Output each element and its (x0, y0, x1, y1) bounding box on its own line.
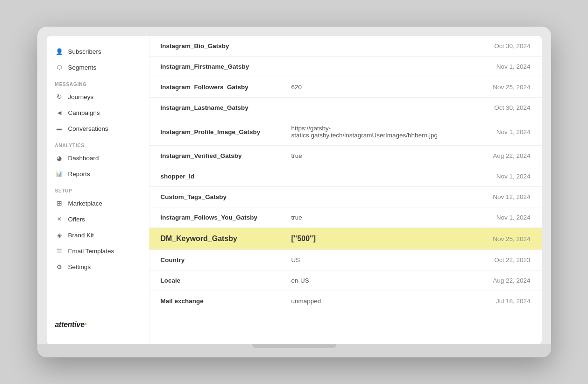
table-row: Custom_Tags_GatsbyNov 12, 2024 (149, 187, 542, 207)
attribute-name: Instagram_Followers_Gatsby (149, 77, 280, 98)
offers-icon (55, 215, 64, 223)
attribute-name: Instagram_Verified_Gatsby (149, 146, 280, 166)
table-row: Instagram_Profile_Image_Gatsbyhttps://ga… (149, 118, 542, 146)
sidebar-item-label: Offers (68, 216, 85, 223)
table-row: CountryUSOct 22, 2023 (149, 250, 542, 270)
logo-text: attentive (55, 320, 85, 328)
attribute-value (280, 166, 476, 187)
sidebar-item-campaigns[interactable]: Campaigns (47, 105, 149, 121)
attribute-date: Nov 25, 2024 (476, 228, 542, 250)
table-row: Instagram_Followers_Gatsby620Nov 25, 202… (149, 77, 542, 98)
marketplace-icon (55, 199, 64, 207)
attribute-name: Country (149, 250, 280, 270)
attribute-date: Nov 1, 2024 (476, 57, 542, 77)
segment-icon (55, 63, 64, 71)
sidebar-item-conversations[interactable]: Conversations (47, 121, 149, 136)
sidebar-item-subscribers[interactable]: Subscribers (47, 43, 149, 59)
sidebar-item-label: Marketplace (68, 200, 103, 207)
attribute-date: Nov 25, 2024 (476, 77, 542, 98)
sidebar-nav: Subscribers Segments Messaging Journeys … (47, 43, 149, 311)
people-icon (55, 47, 64, 56)
attribute-value: unmapped (280, 291, 476, 312)
attribute-value: true (280, 146, 476, 166)
settings-icon (55, 263, 64, 271)
sidebar-item-segments[interactable]: Segments (47, 59, 149, 75)
main-content: Instagram_Bio_GatsbyOct 30, 2024Instagra… (149, 36, 542, 344)
sidebar-item-reports[interactable]: Reports (47, 166, 149, 182)
sidebar-item-offers[interactable]: Offers (47, 211, 149, 227)
attribute-date: Nov 1, 2024 (476, 118, 542, 146)
sidebar-item-label: Subscribers (68, 48, 101, 55)
attribute-name: Instagram_Bio_Gatsby (149, 36, 280, 57)
attentive-logo: attentive· (47, 311, 149, 337)
table-row: Instagram_Lastname_GatsbyOct 30, 2024 (149, 98, 542, 118)
sidebar-item-journeys[interactable]: Journeys (47, 89, 149, 105)
attribute-date: Nov 1, 2024 (476, 166, 542, 187)
attribute-date: Jul 18, 2024 (476, 291, 542, 312)
section-label-analytics: Analytics (47, 136, 149, 150)
attribute-value (280, 36, 476, 57)
attribute-name: Instagram_Firstname_Gatsby (149, 57, 280, 77)
attribute-name: Instagram_Profile_Image_Gatsby (149, 118, 280, 146)
attribute-date: Nov 12, 2024 (476, 187, 542, 207)
section-label-setup: Setup (47, 182, 149, 195)
attribute-name: DM_Keyword_Gatsby (149, 228, 280, 250)
sidebar-item-brandkit[interactable]: Brand Kit (47, 227, 149, 243)
attribute-date: Nov 1, 2024 (476, 207, 542, 228)
attribute-value (280, 98, 476, 118)
attribute-date: Aug 22, 2024 (476, 146, 542, 166)
dashboard-icon (55, 154, 64, 162)
attribute-date: Oct 22, 2023 (476, 250, 542, 270)
email-icon (55, 247, 64, 255)
table-row: Mail exchangeunmappedJul 18, 2024 (149, 291, 542, 312)
sidebar-item-label: Brand Kit (68, 232, 94, 239)
attribute-value: en-US (280, 270, 476, 291)
attribute-value (280, 57, 476, 77)
attribute-value: 620 (280, 77, 476, 98)
sidebar-item-dashboard[interactable]: Dashboard (47, 150, 149, 166)
attribute-value: true (280, 207, 476, 228)
reports-icon (55, 170, 64, 178)
journey-icon (55, 92, 64, 101)
sidebar-item-emailtemplates[interactable]: Email Templates (47, 243, 149, 259)
sidebar-item-label: Dashboard (68, 155, 99, 162)
table-row: Instagram_Bio_GatsbyOct 30, 2024 (149, 36, 542, 57)
sidebar-item-label: Email Templates (68, 248, 114, 255)
sidebar-item-label: Campaigns (68, 109, 100, 116)
sidebar-item-marketplace[interactable]: Marketplace (47, 195, 149, 211)
sidebar-item-label: Settings (68, 263, 91, 270)
conversation-icon (55, 124, 64, 133)
sidebar-item-label: Journeys (68, 93, 94, 100)
attribute-name: shopper_id (149, 166, 280, 187)
attribute-date: Aug 22, 2024 (476, 270, 542, 291)
attribute-value (280, 187, 476, 207)
table-row: Instagram_Follows_You_GatsbytrueNov 1, 2… (149, 207, 542, 228)
attribute-name: Mail exchange (149, 291, 280, 312)
sidebar-item-settings[interactable]: Settings (47, 259, 149, 275)
attribute-date: Oct 30, 2024 (476, 36, 542, 57)
attribute-name: Instagram_Lastname_Gatsby (149, 98, 280, 118)
sidebar: Subscribers Segments Messaging Journeys … (47, 36, 149, 344)
attribute-name: Instagram_Follows_You_Gatsby (149, 207, 280, 228)
attribute-value: ["500"] (280, 228, 476, 250)
sidebar-item-label: Conversations (68, 125, 108, 132)
table-row: DM_Keyword_Gatsby["500"]Nov 25, 2024 (149, 228, 542, 250)
attribute-date: Oct 30, 2024 (476, 98, 542, 118)
table-row: shopper_idNov 1, 2024 (149, 166, 542, 187)
table-row: Instagram_Firstname_GatsbyNov 1, 2024 (149, 57, 542, 77)
sidebar-item-label: Segments (68, 64, 97, 71)
table-row: Instagram_Verified_GatsbytrueAug 22, 202… (149, 146, 542, 166)
attribute-name: Locale (149, 270, 280, 291)
attribute-name: Custom_Tags_Gatsby (149, 187, 280, 207)
attribute-value: US (280, 250, 476, 270)
brandkit-icon (55, 231, 64, 239)
logo-dot: · (85, 319, 87, 329)
table-row: Localeen-USAug 22, 2024 (149, 270, 542, 291)
sidebar-item-label: Reports (68, 171, 90, 178)
campaign-icon (55, 108, 64, 117)
attribute-value: https://gatsby-statics.gatsby.tech/insta… (280, 118, 476, 146)
section-label-messaging: Messaging (47, 75, 149, 89)
attributes-table: Instagram_Bio_GatsbyOct 30, 2024Instagra… (149, 36, 542, 311)
